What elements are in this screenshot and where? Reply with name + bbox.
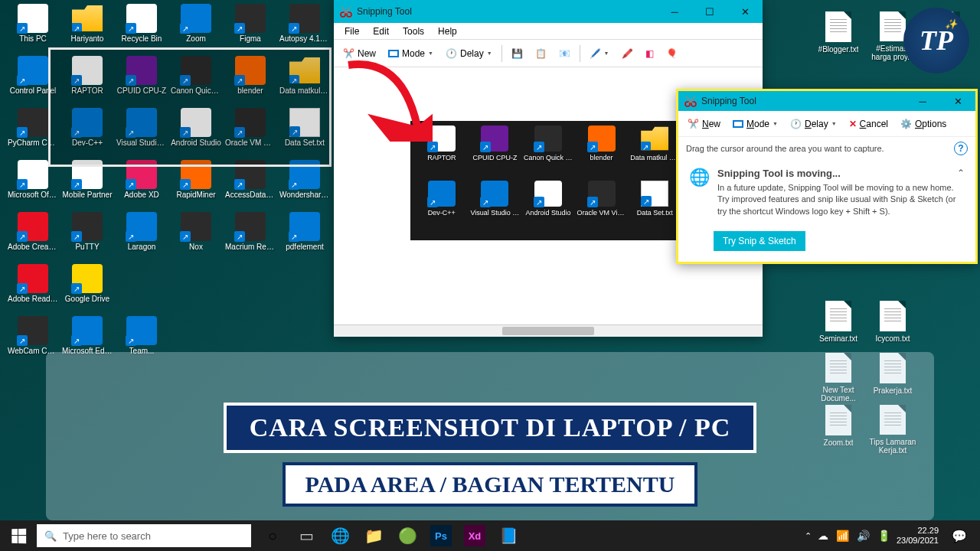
desktop-icon[interactable]: ↗pdfelement	[279, 212, 330, 262]
pen-dropdown[interactable]: 🖊️▼	[585, 46, 614, 61]
tray-volume-icon[interactable]: 🔊	[857, 530, 870, 542]
app-icon: ↗	[235, 212, 266, 241]
taskbar-search[interactable]: 🔍 Type here to search	[37, 524, 251, 547]
desktop-icon[interactable]: ↗Canon Quick Menu	[521, 126, 575, 181]
desktop-icon[interactable]: ↗Hariyanto	[62, 4, 113, 54]
menu-tools[interactable]: Tools	[397, 24, 430, 38]
txt-file-icon[interactable]: Seminar.txt	[813, 301, 864, 350]
popup-mode-dropdown[interactable]: Mode▼	[728, 116, 782, 132]
app-icon: ↗	[289, 4, 320, 33]
icon-label: Recycle Bin	[122, 34, 162, 44]
desktop-icon[interactable]: ↗Data matkul sudah dia...	[628, 126, 681, 181]
maximize-button[interactable]: ☐	[692, 0, 727, 23]
icon-label: Macrium Reflect	[225, 243, 276, 252]
scrollbar-thumb[interactable]	[502, 327, 594, 335]
desktop-icon[interactable]: ↗Android Studio	[521, 181, 575, 236]
desktop-icon[interactable]: ↗RapidMiner	[171, 160, 221, 210]
task-explorer-icon[interactable]: 📁	[357, 520, 390, 551]
desktop-icon[interactable]: ↗AccessData FTK Imager	[225, 160, 276, 210]
desktop-icon[interactable]: ↗Mobile Partner	[62, 160, 113, 210]
balloon-icon: 🎈	[666, 48, 678, 59]
shortcut-badge-icon: ↗	[534, 142, 544, 152]
app-icon: ↗	[18, 212, 48, 241]
desktop-icon[interactable]: ↗Oracle VM VirtualBox	[575, 181, 629, 236]
desktop-icon[interactable]: ↗Macrium Reflect	[225, 212, 276, 262]
desktop-icon[interactable]: ↗Figma	[225, 4, 276, 54]
task-cortana-icon[interactable]: ○	[256, 520, 289, 551]
desktop-icon[interactable]: ↗blender	[575, 126, 629, 181]
desktop-icon[interactable]: ↗This PC	[8, 4, 58, 54]
shortcut-badge-icon: ↗	[427, 197, 438, 207]
task-ps-icon[interactable]: Ps	[430, 525, 452, 546]
desktop-icon[interactable]: ↗Adobe Reader XI	[8, 264, 58, 314]
task-word-icon[interactable]: 📘	[492, 520, 525, 551]
snipping-title-text: Snipping Tool	[357, 6, 657, 17]
shortcut-badge-icon: ↗	[71, 231, 82, 242]
highlighter-button[interactable]: 🖍️	[617, 46, 638, 61]
close-button[interactable]: ✕	[727, 0, 763, 23]
tray-chevron-icon[interactable]: ⌃	[805, 531, 812, 541]
taskbar-clock[interactable]: 22.29 23/09/2021	[897, 526, 939, 546]
desktop-icon[interactable]: ↗Recycle Bin	[116, 4, 167, 54]
eraser-button[interactable]: ◧	[641, 46, 658, 61]
txt-file-icon[interactable]: #Blogger.txt	[813, 11, 864, 61]
icon-label: AccessData FTK Imager	[225, 191, 276, 200]
desktop-icon[interactable]: ↗Laragon	[116, 212, 167, 262]
popup-new-button[interactable]: ✂️New	[683, 116, 725, 132]
txt-file-icon[interactable]: Icycom.txt	[867, 301, 918, 350]
shortcut-badge-icon: ↗	[480, 197, 491, 207]
menu-file[interactable]: File	[338, 24, 365, 38]
title-banner-2: PADA AREA / BAGIAN TERTENTU	[283, 462, 698, 507]
icon-label: Figma	[240, 34, 261, 44]
snipping-titlebar[interactable]: Snipping Tool ─ ☐ ✕	[334, 0, 763, 23]
notification-icon[interactable]: 💬	[945, 529, 974, 543]
icon-label: Wondershare PDFelement	[279, 191, 330, 200]
menu-edit[interactable]: Edit	[367, 24, 395, 38]
menu-help[interactable]: Help	[432, 24, 463, 38]
mail-button[interactable]: 📧	[554, 46, 575, 61]
tray-battery-icon[interactable]: 🔋	[877, 530, 890, 542]
task-taskview-icon[interactable]: ▭	[289, 520, 323, 551]
desktop-icon[interactable]: ↗Dev-C++	[415, 181, 469, 236]
task-xd-icon[interactable]: Xd	[464, 525, 485, 546]
task-edge-icon[interactable]: 🌐	[323, 520, 357, 551]
eraser-icon: ◧	[645, 48, 654, 59]
start-button[interactable]	[0, 520, 37, 551]
desktop-icon[interactable]: ↗Data Set.txt	[628, 181, 681, 236]
try-snip-sketch-button[interactable]: Try Snip & Sketch	[714, 231, 805, 251]
minimize-button[interactable]: ─	[657, 0, 692, 23]
app-icon: ↗	[126, 4, 157, 33]
shortcut-badge-icon: ↗	[17, 23, 28, 34]
desktop-icon[interactable]: ↗Wondershare PDFelement	[279, 160, 330, 210]
desktop-icon[interactable]: ↗Zoom	[171, 4, 221, 54]
desktop-icon[interactable]: ↗Microsoft Office Vis...	[8, 160, 58, 210]
save-icon: 💾	[511, 48, 523, 59]
delay-dropdown[interactable]: 🕐Delay▼	[441, 46, 497, 61]
desktop-icon[interactable]: ↗Autopsy 4.18.0	[279, 4, 330, 54]
copy-button[interactable]: 📋	[531, 46, 551, 61]
app-icon: ↗	[428, 181, 456, 207]
desktop-icon[interactable]: ↗CPUID CPU-Z	[469, 126, 522, 181]
app-icon: ↗	[289, 212, 320, 241]
shortcut-badge-icon: ↗	[234, 23, 245, 34]
horizontal-scrollbar[interactable]	[334, 324, 763, 337]
shortcut-badge-icon: ↗	[641, 196, 652, 207]
desktop-icon[interactable]: ↗PuTTY	[62, 212, 113, 262]
icon-label: This PC	[19, 34, 47, 44]
icon-label: PuTTY	[75, 243, 99, 252]
document-icon	[825, 11, 851, 42]
app-icon: ↗	[18, 108, 48, 137]
desktop-icon[interactable]: ↗Visual Studio Code	[469, 181, 522, 236]
desktop-icon[interactable]: ↗Nox	[171, 212, 221, 262]
desktop-icon[interactable]: ↗Adobe XD	[116, 160, 167, 210]
tray-cloud-icon[interactable]: ☁	[818, 530, 828, 542]
task-chrome-icon[interactable]: 🟢	[390, 520, 424, 551]
paint3d-button[interactable]: 🎈	[662, 46, 682, 61]
desktop-icon[interactable]: ↗Adobe Creati...	[8, 212, 58, 262]
shortcut-badge-icon: ↗	[17, 127, 28, 138]
tray-wifi-icon[interactable]: 📶	[836, 530, 849, 542]
save-button[interactable]: 💾	[507, 46, 528, 61]
desktop-icon[interactable]: ↗Google Drive	[62, 264, 113, 314]
app-icon: ↗	[18, 264, 48, 293]
document-icon	[880, 301, 906, 331]
